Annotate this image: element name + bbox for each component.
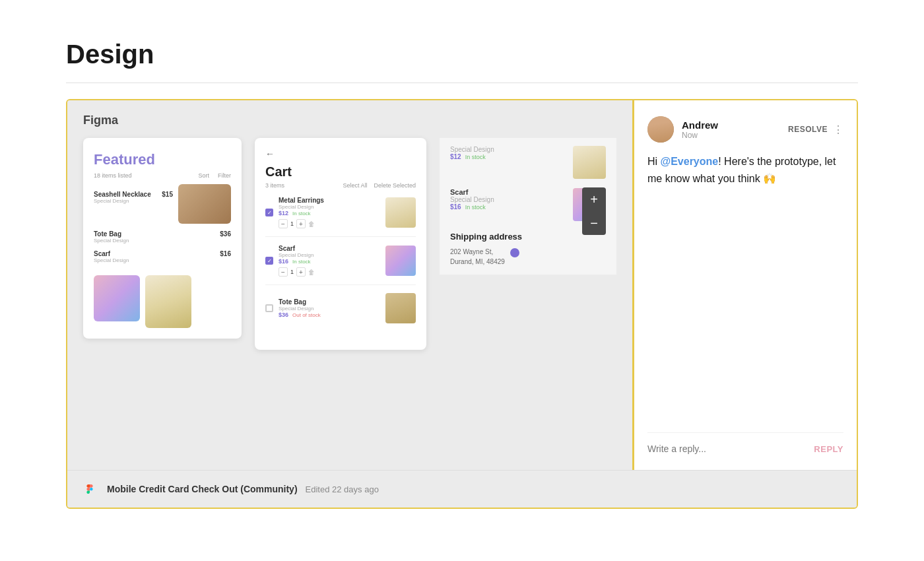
page-container: Design Figma Featured 18 items listed S <box>66 40 858 509</box>
stepper-minus-earrings[interactable]: − <box>279 219 288 228</box>
divider <box>66 82 858 83</box>
zoom-controls: + − <box>582 187 606 235</box>
product-row: Tote Bag Special Design $36 Scarf <box>94 230 231 270</box>
cart-item-tote-info: Tote Bag Special Design $36 Out of stock <box>279 298 380 318</box>
comment-time: Now <box>682 131 788 140</box>
overlay-scarf-info: Scarf Special Design $16 In stock <box>450 188 566 211</box>
filter-label[interactable]: Filter <box>218 172 231 179</box>
figma-area: Figma Featured 18 items listed Sort <box>67 100 632 470</box>
main-card: Figma Featured 18 items listed Sort <box>66 99 858 509</box>
sort-label[interactable]: Sort <box>198 172 209 179</box>
figma-label: Figma <box>83 114 616 127</box>
zoom-out-button[interactable]: − <box>582 211 606 235</box>
items-listed: 18 items listed <box>94 172 132 179</box>
cart-checkbox-tote[interactable] <box>265 304 273 312</box>
product-tote2: Tote Bag Special Design $36 <box>94 230 231 244</box>
cart-item-scarf: ✓ Scarf Special Design $16 In stock <box>265 245 416 285</box>
reply-input[interactable] <box>647 444 814 454</box>
overlay-earrings: Special Design $12 In stock <box>450 146 606 179</box>
stepper-earrings: − 1 + 🗑 <box>279 219 380 228</box>
more-options-icon[interactable]: ⋮ <box>833 123 843 136</box>
avatar-face <box>647 116 674 143</box>
comment-panel: Andrew Now RESOLVE ⋮ Hi @Everyone! Here'… <box>632 100 857 470</box>
comment-author-info: Andrew Now <box>682 119 788 140</box>
cart-actions: Select All Delete Selected <box>343 182 416 189</box>
shipping-section: Shipping address 202 Wayne St, Durand, M… <box>450 232 606 267</box>
cart-title: Cart <box>265 164 416 180</box>
right-overlay: Special Design $12 In stock <box>440 138 616 275</box>
stepper-plus-scarf[interactable]: + <box>296 267 306 277</box>
sort-filter: Sort Filter <box>198 172 231 179</box>
card-footer: Mobile Credit Card Check Out (Community)… <box>67 470 857 508</box>
cart-tote-image <box>385 293 416 323</box>
stepper-minus-scarf[interactable]: − <box>279 267 288 277</box>
zoom-in-button[interactable]: + <box>582 187 606 211</box>
cart-scarf-image <box>385 246 416 276</box>
tote-image <box>178 184 231 224</box>
select-all-label[interactable]: Select All <box>343 182 367 189</box>
comment-author: Andrew <box>682 119 788 131</box>
cart-checkbox-scarf[interactable]: ✓ <box>265 257 273 265</box>
scarf-image <box>94 275 140 321</box>
frame-cart-inner: ← Cart 3 items Select All Delete Selecte… <box>255 138 426 350</box>
page-title: Design <box>66 40 858 69</box>
cart-items-count: 3 items <box>265 182 284 189</box>
delete-earrings[interactable]: 🗑 <box>308 220 315 228</box>
comment-mention: @Everyone <box>661 156 719 167</box>
resolve-button[interactable]: RESOLVE <box>788 125 828 134</box>
featured-subtitle: 18 items listed Sort Filter <box>94 172 231 179</box>
avatar <box>647 116 674 143</box>
comment-body-text: Hi <box>647 156 661 167</box>
frame-featured-inner: Featured 18 items listed Sort Filter <box>83 138 242 339</box>
cart-item-scarf-info: Scarf Special Design $16 In stock − 1 <box>279 245 380 277</box>
stepper-scarf: − 1 + 🗑 <box>279 267 380 277</box>
cart-meta: 3 items Select All Delete Selected <box>265 182 416 189</box>
shipping-radio[interactable] <box>510 248 519 257</box>
delete-selected-label[interactable]: Delete Selected <box>374 182 416 189</box>
overlay-earrings-info: Special Design $12 In stock <box>450 146 566 160</box>
cart-earring-image <box>385 197 416 228</box>
cart-item-earrings-info: Metal Earrings Special Design $12 In sto… <box>279 197 380 228</box>
reply-button[interactable]: REPLY <box>814 444 843 454</box>
earrings-image <box>145 275 191 328</box>
figma-frames: Featured 18 items listed Sort Filter <box>83 138 616 350</box>
footer-title: Mobile Credit Card Check Out (Community) <box>107 484 298 494</box>
product-tote: Seashell Necklace Special Design $15 <box>94 191 173 204</box>
cart-back-icon[interactable]: ← <box>265 148 416 159</box>
stepper-plus-earrings[interactable]: + <box>296 219 306 228</box>
featured-title: Featured <box>94 151 231 168</box>
frame-cart: ← Cart 3 items Select All Delete Selecte… <box>255 138 426 350</box>
shipping-address: 202 Wayne St, Durand, MI, 48429 <box>450 247 505 267</box>
cart-item-tote: Tote Bag Special Design $36 Out of stock <box>265 293 416 331</box>
comment-reply-area: REPLY <box>647 432 843 454</box>
comment-body: Hi @Everyone! Here's the prototype, let … <box>647 153 843 416</box>
comment-header: Andrew Now RESOLVE ⋮ <box>647 116 843 143</box>
delete-scarf[interactable]: 🗑 <box>308 269 315 276</box>
cart-item-earrings: ✓ Metal Earrings Special Design $12 In s… <box>265 197 416 237</box>
out-of-stock: Out of stock <box>292 312 321 318</box>
cart-checkbox-earrings[interactable]: ✓ <box>265 209 273 216</box>
figma-icon <box>81 480 99 498</box>
frame-featured: Featured 18 items listed Sort Filter <box>83 138 242 339</box>
overlay-earring-image <box>573 146 606 179</box>
footer-subtitle: Edited 22 days ago <box>306 484 379 494</box>
card-content: Figma Featured 18 items listed Sort <box>67 100 857 470</box>
product-scarf: Scarf Special Design $16 <box>94 250 231 263</box>
